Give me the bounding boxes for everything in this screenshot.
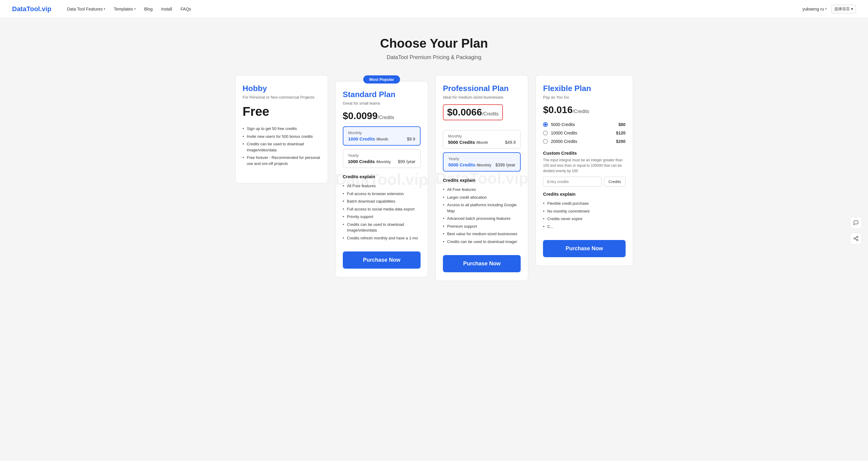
professional-purchase-button[interactable]: Purchase Now — [443, 255, 521, 272]
list-item: All Free features — [343, 182, 421, 190]
list-item: Credits can be used to download image/vi… — [343, 221, 421, 234]
radio-5000-credits[interactable]: 5000 Credits $80 — [543, 120, 625, 129]
share-icon-button[interactable] — [850, 233, 862, 245]
svg-point-2 — [857, 239, 858, 241]
list-item: Larger credit allocation — [443, 193, 521, 202]
hobby-plan-card: Hobby For Personal or Non-commercial Pro… — [235, 75, 328, 183]
flexible-plan-card: Flexible Plan Pay as You Go $0.016/Credi… — [535, 75, 633, 266]
main-content: Choose Your Plan DataTool Premium Pricin… — [223, 18, 645, 305]
svg-point-0 — [857, 236, 858, 238]
nav-data-tool-features[interactable]: Data Tool Features ▾ — [63, 4, 109, 14]
most-popular-badge: Most Popular — [363, 75, 400, 84]
radio-20000-credits[interactable]: 20000 Credits $200 — [543, 137, 625, 146]
flexible-price-unit: /Credits — [572, 109, 589, 114]
nav-links: Data Tool Features ▾ Templates ▾ Blog In… — [63, 4, 802, 14]
standard-purchase-button[interactable]: Purchase Now — [343, 251, 421, 269]
professional-yearly-option[interactable]: Yearly 5000 Credits /Monthly $399 /year — [443, 152, 521, 172]
standard-monthly-price: $9.9 — [407, 136, 415, 142]
logo[interactable]: DataTool.vip — [12, 5, 51, 13]
list-item: Invite new users for 500 bonus credits — [243, 133, 320, 141]
radio-button-unselected[interactable] — [543, 139, 548, 144]
svg-line-4 — [855, 237, 857, 238]
professional-plan-name: Professional Plan — [443, 84, 521, 93]
chevron-down-icon: ▾ — [134, 7, 136, 10]
standard-price-unit: /Credits — [377, 115, 394, 120]
professional-yearly-price: $399 /year — [495, 162, 515, 167]
list-item: All Free features — [443, 186, 521, 193]
list-item: Credits never expire — [543, 215, 625, 223]
list-item: Access to all platforms including Google… — [443, 201, 521, 215]
credits-label-button[interactable]: Credits — [604, 177, 625, 187]
professional-credits-explain-title: Credits explain — [443, 178, 521, 183]
custom-credits-title: Custom Credits — [543, 150, 625, 156]
standard-plan-name: Standard Plan — [343, 90, 421, 99]
professional-monthly-option[interactable]: Monthly 5000 Credits /Month $49.9 — [443, 130, 521, 149]
svg-line-3 — [855, 239, 857, 240]
standard-monthly-option[interactable]: Monthly 1000 Credits /Month $9.9 — [343, 126, 421, 146]
list-item: Best value for medium-sized businesses — [443, 230, 521, 238]
list-item: Credits can be used to download image/vi… — [243, 140, 320, 154]
billing-yearly-label: Yearly — [348, 153, 415, 158]
list-item: Flexible credit purchase — [543, 199, 625, 208]
list-item: Full access to browser extension — [343, 190, 421, 198]
list-item: Full access to social media data export — [343, 205, 421, 213]
hobby-plan-name: Hobby — [243, 84, 320, 93]
standard-monthly-credits: 1000 Credits /Month — [348, 136, 388, 142]
nav-install[interactable]: Install — [157, 4, 176, 14]
professional-price: $0.0066/Credits — [443, 104, 503, 120]
list-item: Sign up to get 50 free credits — [243, 125, 320, 133]
page-header: Choose Your Plan DataTool Premium Pricin… — [235, 36, 633, 61]
page-subtitle: DataTool Premium Pricing & Packaging — [235, 54, 633, 61]
language-selector[interactable]: 选择语言 ▾ — [832, 5, 856, 13]
professional-yearly-credits: 5000 Credits /Monthly — [448, 162, 491, 167]
svg-point-1 — [854, 238, 855, 239]
billing-monthly-label: Monthly — [448, 134, 516, 139]
hobby-plan-desc: For Personal or Non-commercial Projects — [243, 95, 320, 99]
standard-credits-explain-title: Credits explain — [343, 174, 421, 179]
user-menu[interactable]: yukweng ru ▾ — [802, 7, 827, 11]
chat-icon-button[interactable] — [850, 217, 862, 229]
list-item: Priority support — [343, 213, 421, 221]
hobby-plan-price: Free — [243, 104, 320, 119]
pricing-grid: Hobby For Personal or Non-commercial Pro… — [235, 75, 633, 281]
custom-credits-input-row: Credits — [543, 177, 625, 187]
flexible-feature-list: Flexible credit purchase No monthly comm… — [543, 199, 625, 230]
list-item: Credits refresh monthly and have a 1-mo — [343, 234, 421, 242]
standard-feature-list: All Free features Full access to browser… — [343, 182, 421, 242]
list-item: Batch download capabilities — [343, 197, 421, 205]
list-item: No monthly commitment — [543, 208, 625, 215]
list-item: Free forever - Recommended for personal … — [243, 154, 320, 167]
credits-radio-group: 5000 Credits $80 10000 Credits $120 2000… — [543, 120, 625, 146]
standard-yearly-option[interactable]: Yearly 1000 Credits /Monthly $99 /year — [343, 149, 421, 168]
entry-credits-input[interactable] — [543, 177, 601, 187]
nav-templates[interactable]: Templates ▾ — [110, 4, 139, 14]
list-item: Credits can be used to download image/ — [443, 238, 521, 246]
nav-blog[interactable]: Blog — [141, 4, 156, 14]
professional-plan-card: DataTool.vip Professional Plan Ideal for… — [435, 75, 528, 281]
chevron-down-icon: ▾ — [825, 7, 827, 10]
professional-plan-desc: Ideal for medium-sized businesses — [443, 95, 521, 99]
radio-button-unselected[interactable] — [543, 130, 548, 135]
standard-plan-card: Most Popular DataTool.vip Standard Plan … — [335, 81, 428, 277]
flexible-plan-desc: Pay as You Go — [543, 95, 625, 99]
navbar-right: yukweng ru ▾ 选择语言 ▾ — [802, 5, 856, 13]
list-item: Advanced batch processing features — [443, 215, 521, 222]
side-icons — [850, 217, 862, 245]
list-item: Premium support — [443, 222, 521, 230]
professional-monthly-credits: 5000 Credits /Month — [448, 140, 488, 145]
hobby-feature-list: Sign up to get 50 free credits Invite ne… — [243, 125, 320, 167]
radio-button-selected[interactable] — [543, 122, 548, 127]
standard-yearly-credits: 1000 Credits /Monthly — [348, 159, 391, 164]
standard-yearly-price: $99 /year — [398, 159, 415, 164]
flexible-credits-explain-title: Credits explain — [543, 191, 625, 196]
radio-10000-credits[interactable]: 10000 Credits $120 — [543, 129, 625, 137]
custom-credits-desc: The input integral must be an integer gr… — [543, 157, 625, 174]
billing-yearly-label: Yearly — [448, 156, 515, 161]
flexible-plan-name: Flexible Plan — [543, 84, 625, 93]
billing-monthly-label: Monthly — [348, 130, 415, 135]
navbar: DataTool.vip Data Tool Features ▾ Templa… — [0, 0, 868, 18]
flexible-purchase-button[interactable]: Purchase Now — [543, 240, 625, 257]
nav-faqs[interactable]: FAQs — [177, 4, 195, 14]
list-item: C... — [543, 223, 625, 230]
chevron-down-icon: ▾ — [851, 7, 853, 11]
